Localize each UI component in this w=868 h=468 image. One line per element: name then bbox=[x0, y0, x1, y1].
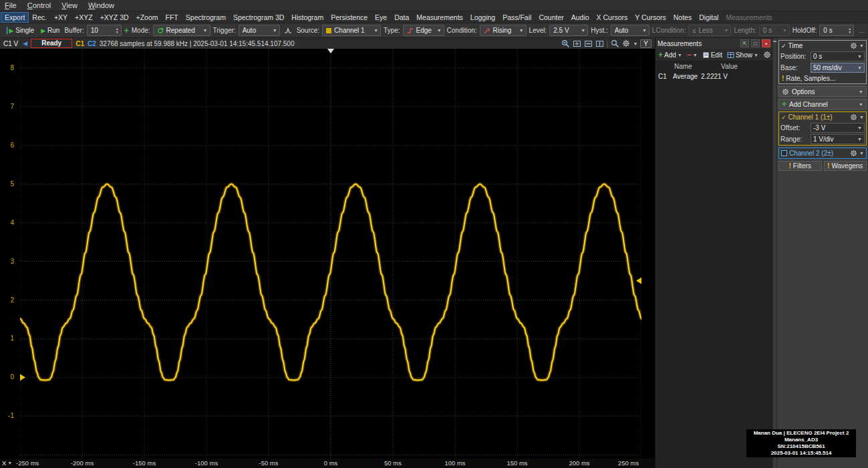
view-tab-zoom[interactable]: +Zoom bbox=[133, 13, 162, 22]
view-tab-digital[interactable]: Digital bbox=[696, 13, 722, 22]
buffer-spinbox[interactable]: 10 ▲▼ bbox=[87, 25, 122, 36]
channel1-toggle[interactable]: C1 bbox=[76, 40, 84, 47]
add-measurement-button[interactable]: + Add ▼ bbox=[658, 50, 682, 59]
menu-view[interactable]: View bbox=[61, 1, 78, 9]
y-cursors-button[interactable]: Y bbox=[640, 39, 652, 48]
time-position-select[interactable]: 0 s ▼ bbox=[811, 51, 865, 61]
gear-icon[interactable] bbox=[850, 42, 857, 49]
view-tab-notes[interactable]: Notes bbox=[670, 13, 695, 22]
run-button-label: Run bbox=[47, 27, 59, 34]
panel-splitter[interactable] bbox=[772, 38, 777, 468]
view-tab-logging[interactable]: Logging bbox=[467, 13, 498, 22]
rising-icon bbox=[484, 27, 490, 34]
zoom-x-icon[interactable] bbox=[584, 39, 593, 48]
filters-button[interactable]: ! Filters bbox=[778, 161, 822, 171]
hysteresis-select[interactable]: Auto ▼ bbox=[611, 25, 649, 36]
view-tab-xyz[interactable]: +XYZ bbox=[71, 13, 96, 22]
view-tab-x-cursors[interactable]: X Cursors bbox=[593, 13, 631, 22]
view-tab-eye[interactable]: Eye bbox=[372, 13, 390, 22]
view-tab-y-cursors[interactable]: Y Cursors bbox=[631, 13, 670, 22]
mode-label: Mode: bbox=[132, 27, 150, 34]
zoom-y-icon[interactable] bbox=[595, 39, 604, 48]
chevron-down-icon: ▼ bbox=[859, 115, 864, 120]
plot-canvas[interactable] bbox=[20, 49, 641, 459]
view-tab-spectrogram-3d[interactable]: Spectrogram 3D bbox=[230, 13, 287, 22]
trigger-options-button[interactable] bbox=[283, 27, 294, 35]
condition-select[interactable]: Rising ▼ bbox=[480, 25, 527, 36]
remove-measurement-button[interactable]: − ▼ bbox=[687, 50, 698, 59]
view-tab-xyz-3d[interactable]: +XYZ 3D bbox=[97, 13, 132, 22]
repeat-icon bbox=[157, 27, 164, 34]
zoom-in-icon[interactable] bbox=[561, 39, 570, 48]
channel-offset-marker[interactable] bbox=[20, 374, 25, 381]
view-tab-rec[interactable]: Rec. bbox=[29, 13, 50, 22]
edit-measurement-button[interactable]: Edit bbox=[702, 51, 722, 59]
menu-window[interactable]: Window bbox=[88, 1, 114, 9]
time-checkbox[interactable]: ✓ bbox=[781, 43, 786, 49]
run-button[interactable]: ▶ Run bbox=[39, 26, 61, 35]
trigger-position-marker[interactable] bbox=[327, 49, 334, 53]
type-select[interactable]: Edge ▼ bbox=[403, 25, 444, 36]
gear-icon[interactable] bbox=[850, 150, 857, 157]
add-channel-button[interactable]: + Add Channel ▼ bbox=[778, 99, 867, 109]
zoom-fit-icon[interactable] bbox=[573, 39, 581, 48]
chevron-down-icon: ▼ bbox=[273, 28, 277, 33]
spinner-arrows-icon[interactable]: ▲▼ bbox=[116, 27, 119, 34]
view-tab-measurements[interactable]: Measurements bbox=[413, 13, 466, 22]
more-options-button[interactable]: ... bbox=[859, 27, 865, 34]
trigger-select[interactable]: Auto ▼ bbox=[239, 25, 280, 36]
wavegens-button[interactable]: ! Wavegens bbox=[824, 161, 867, 171]
level-select[interactable]: 2.5 V ▼ bbox=[549, 25, 588, 36]
gear-icon[interactable] bbox=[850, 113, 857, 121]
measurements-panel: Measurements ⇱ □ × + Add ▼ − ▼ Edit bbox=[655, 38, 772, 468]
collapse-left-icon[interactable]: ◀ bbox=[23, 40, 27, 47]
holdoff-spinbox[interactable]: 0 s ▲▼ bbox=[819, 25, 854, 36]
view-tab-pass-fail[interactable]: Pass/Fail bbox=[499, 13, 535, 22]
channel1-offset-select[interactable]: -3 V ▼ bbox=[811, 123, 865, 133]
channel2-group-header[interactable]: Channel 2 (2±) ▼ bbox=[779, 148, 866, 158]
mode-select[interactable]: Repeated ▼ bbox=[153, 25, 210, 36]
time-group-header[interactable]: ✓ Time ▼ bbox=[779, 41, 866, 51]
view-tab-data[interactable]: Data bbox=[391, 13, 412, 22]
view-tab-xy[interactable]: +XY bbox=[51, 13, 71, 22]
menu-control[interactable]: Control bbox=[27, 1, 51, 9]
gear-icon[interactable] bbox=[622, 39, 630, 47]
rate-samples-button[interactable]: ! Rate, Samples... bbox=[779, 73, 866, 83]
y-axis[interactable]: 876543210-1 bbox=[0, 49, 20, 459]
magnifier-icon[interactable] bbox=[611, 39, 619, 48]
x-axis[interactable]: X ▼ -250 ms-200 ms-150 ms-100 ms-50 ms0 … bbox=[0, 459, 655, 468]
offset-label: Offset: bbox=[780, 124, 809, 132]
source-select[interactable]: Channel 1 ▼ bbox=[322, 25, 381, 36]
view-tab-counter[interactable]: Counter bbox=[535, 13, 567, 22]
undock-panel-icon[interactable]: ⇱ bbox=[740, 39, 749, 47]
y-axis-label: 0 bbox=[10, 373, 14, 381]
channel1-offset-value: -3 V bbox=[813, 124, 825, 132]
show-measurement-button[interactable]: Show ▼ bbox=[727, 51, 758, 59]
menu-file[interactable]: File bbox=[5, 1, 17, 9]
spinner-arrows-icon[interactable]: ▲▼ bbox=[848, 27, 851, 34]
plus-icon: + bbox=[658, 50, 663, 59]
view-tab-fft[interactable]: FFT bbox=[162, 13, 182, 22]
trigger-level-marker[interactable] bbox=[636, 278, 641, 284]
maximize-panel-icon[interactable]: □ bbox=[751, 39, 760, 47]
range-label: Range: bbox=[780, 136, 809, 143]
single-button[interactable]: ┃▶ Single bbox=[3, 26, 36, 35]
view-tab-histogram[interactable]: Histogram bbox=[288, 13, 327, 22]
add-icon[interactable]: + bbox=[124, 26, 129, 35]
channel1-group-header[interactable]: ✓ Channel 1 (1±) ▼ bbox=[779, 112, 866, 122]
options-button[interactable]: Options ▼ bbox=[778, 86, 867, 97]
channel1-range-select[interactable]: 1 V/div ▼ bbox=[811, 134, 865, 144]
channel1-checkbox[interactable]: ✓ bbox=[781, 114, 786, 121]
channel2-checkbox[interactable] bbox=[781, 150, 787, 156]
view-tab-persistence[interactable]: Persistence bbox=[327, 13, 371, 22]
view-tab-export[interactable]: Export bbox=[1, 13, 28, 22]
vertical-axis-button[interactable]: C1 V bbox=[2, 40, 19, 47]
time-base-select[interactable]: 50 ms/div ▼ bbox=[811, 63, 865, 73]
x-axis-selector[interactable]: X ▼ bbox=[2, 459, 12, 467]
view-tab-spectrogram[interactable]: Spectrogram bbox=[182, 13, 229, 22]
close-panel-icon[interactable]: × bbox=[762, 39, 770, 47]
measurement-row[interactable]: C1Average2.2221 V bbox=[656, 71, 772, 81]
channel2-toggle[interactable]: C2 bbox=[88, 40, 96, 47]
grid bbox=[20, 49, 641, 459]
view-tab-audio[interactable]: Audio bbox=[568, 13, 593, 22]
